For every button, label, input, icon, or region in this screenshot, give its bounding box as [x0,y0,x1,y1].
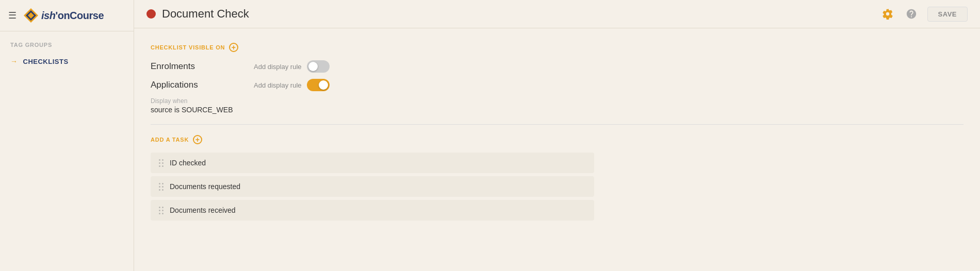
logo-text: ish'onCourse [41,10,104,22]
add-task-button[interactable]: + [193,135,202,144]
applications-toggle[interactable] [307,79,330,91]
gear-icon [882,8,893,20]
sidebar: ☰ ish'onCourse TAG GROUPS → CHECKLISTS [0,0,134,271]
section-divider [151,124,963,125]
help-icon [906,8,917,20]
enrolments-toggle[interactable] [307,60,330,73]
drag-handle-icon[interactable] [159,159,164,167]
add-task-label: ADD A TASK [151,137,189,143]
drag-handle-icon[interactable] [159,183,164,191]
topbar-right: SAVE [880,6,968,22]
logo: ish'onCourse [23,7,104,24]
applications-toggle-knob [319,80,328,90]
add-visible-on-button[interactable]: + [229,43,238,52]
sidebar-item-checklists[interactable]: → CHECKLISTS [0,52,134,71]
enrolments-action: Add display rule [254,60,330,73]
enrolments-toggle-knob [308,62,318,71]
sidebar-item-label: CHECKLISTS [23,58,69,65]
status-dot [146,9,156,19]
enrolments-rule-row: Enrolments Add display rule [151,60,963,73]
task-row: Documents requested [151,176,594,197]
help-button[interactable] [904,6,919,22]
logo-diamond-icon [23,7,39,24]
applications-rule-row: Applications Add display rule [151,79,963,91]
add-task-section: ADD A TASK + [151,135,963,144]
topbar: Document Check SAVE [134,0,980,28]
save-button[interactable]: SAVE [927,7,968,22]
applications-action: Add display rule [254,79,330,91]
hamburger-icon[interactable]: ☰ [8,10,17,21]
task-name: Documents received [170,206,236,214]
checklist-visible-on-label: CHECKLIST VISIBLE ON [151,44,225,50]
topbar-left: Document Check [146,7,249,21]
settings-button[interactable] [880,6,895,22]
sidebar-header: ☰ ish'onCourse [0,0,134,31]
task-row: Documents received [151,200,594,221]
drag-handle-icon[interactable] [159,207,164,214]
enrolments-label: Enrolments [151,61,254,72]
main-content: Document Check SAVE CHECKLIST VISIBLE ON… [134,0,980,271]
task-name: ID checked [170,159,206,167]
checklist-visible-on-section: CHECKLIST VISIBLE ON + [151,43,963,52]
enrolments-action-label: Add display rule [254,63,302,71]
content-area: CHECKLIST VISIBLE ON + Enrolments Add di… [134,28,980,271]
page-title: Document Check [162,7,249,21]
sidebar-tag-groups-label: TAG GROUPS [0,31,134,52]
display-when-label: Display when [151,97,963,105]
applications-label: Applications [151,80,254,90]
arrow-right-icon: → [10,57,18,65]
applications-action-label: Add display rule [254,81,302,89]
task-name: Documents requested [170,182,240,191]
display-rule-text: source is SOURCE_WEB [151,106,963,114]
task-row: ID checked [151,153,594,173]
